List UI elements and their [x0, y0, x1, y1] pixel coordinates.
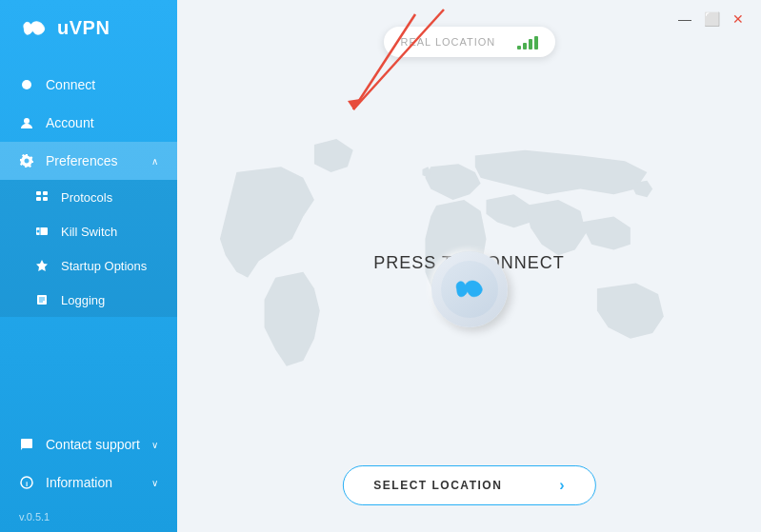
- connect-logo-icon: [451, 277, 489, 302]
- information-chevron: ∨: [151, 478, 158, 488]
- signal-bars: [517, 34, 538, 49]
- svg-point-1: [24, 118, 30, 124]
- minimize-button[interactable]: —: [677, 11, 692, 27]
- sidebar-item-account-label: Account: [46, 115, 94, 130]
- svg-point-8: [37, 230, 40, 233]
- sidebar-item-connect-label: Connect: [46, 77, 95, 92]
- sidebar-item-logging[interactable]: Logging: [0, 283, 177, 317]
- connect-button[interactable]: [431, 251, 508, 327]
- information-label: Information: [46, 475, 112, 490]
- kill-switch-icon: [34, 224, 50, 239]
- kill-switch-label: Kill Switch: [61, 225, 117, 239]
- sidebar-item-startup-options[interactable]: Startup Options: [0, 248, 177, 283]
- logging-label: Logging: [61, 293, 105, 307]
- startup-options-label: Startup Options: [61, 259, 147, 273]
- svg-point-0: [22, 80, 31, 89]
- select-location-text: SELECT LOCATION: [373, 479, 502, 492]
- real-location-badge: REAL LOCATION: [384, 27, 555, 57]
- title-bar: — ⬜ ✕: [662, 0, 761, 38]
- sidebar-item-account[interactable]: Account: [0, 104, 177, 142]
- preferences-icon: [19, 153, 34, 168]
- contact-support-chevron: ∨: [151, 440, 158, 450]
- svg-rect-13: [21, 439, 32, 448]
- sidebar-item-preferences-label: Preferences: [46, 153, 117, 168]
- sidebar-item-connect[interactable]: Connect: [0, 66, 177, 104]
- sidebar-item-protocols[interactable]: Protocols: [0, 180, 177, 214]
- svg-rect-4: [36, 197, 41, 201]
- info-icon: i: [19, 475, 34, 490]
- contact-support-label: Contact support: [46, 437, 140, 452]
- sidebar-item-preferences[interactable]: Preferences ∧: [0, 142, 177, 180]
- protocols-icon: [34, 189, 50, 205]
- logging-icon: [34, 292, 50, 307]
- logo-area: uVPN: [0, 0, 177, 56]
- sidebar-nav: Connect Account Preferences ∧: [0, 56, 177, 502]
- logo-icon: [19, 19, 50, 38]
- sidebar: uVPN Connect Account: [0, 0, 177, 532]
- logo-text: uVPN: [57, 17, 110, 39]
- startup-icon: [34, 258, 50, 273]
- signal-bar-3: [529, 39, 532, 49]
- svg-rect-2: [36, 191, 41, 195]
- close-button[interactable]: ✕: [731, 11, 746, 27]
- svg-text:i: i: [26, 480, 28, 488]
- select-location-arrow-icon: ›: [559, 477, 564, 494]
- preferences-chevron: ∧: [151, 156, 158, 167]
- select-location-button[interactable]: SELECT LOCATION ›: [342, 465, 595, 505]
- signal-bar-2: [523, 43, 527, 49]
- sub-nav-preferences: Protocols Kill Switch: [0, 180, 177, 317]
- signal-bar-4: [534, 36, 538, 49]
- sidebar-item-kill-switch[interactable]: Kill Switch: [0, 214, 177, 248]
- real-location-text: REAL LOCATION: [401, 36, 496, 48]
- sidebar-item-contact-support[interactable]: Contact support ∨: [0, 425, 177, 463]
- protocols-label: Protocols: [61, 190, 112, 205]
- svg-rect-3: [43, 191, 48, 195]
- account-icon: [19, 115, 34, 130]
- maximize-button[interactable]: ⬜: [704, 11, 719, 27]
- svg-rect-5: [43, 197, 48, 201]
- sidebar-item-information[interactable]: i Information ∨: [0, 463, 177, 502]
- connect-button-inner: [441, 261, 498, 318]
- main-content: — ⬜ ✕: [177, 0, 761, 532]
- support-icon: [19, 437, 34, 452]
- connect-icon: [19, 77, 34, 92]
- version-text: v.0.5.1: [0, 502, 177, 532]
- signal-bar-1: [517, 46, 521, 49]
